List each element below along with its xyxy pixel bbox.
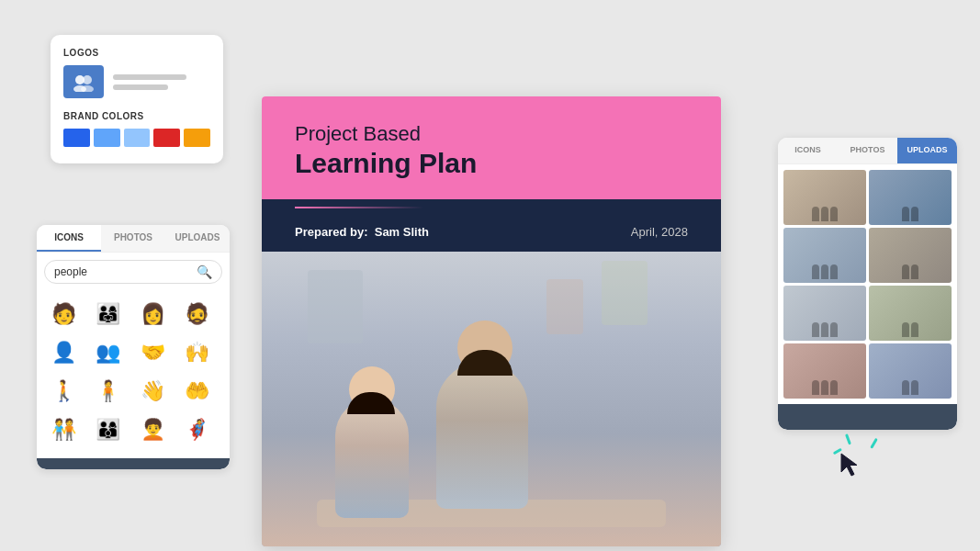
- brand-colors-row: [63, 129, 210, 147]
- click-animation: [828, 432, 874, 478]
- click-line-2: [870, 438, 878, 449]
- icons-panel: ICONS PHOTOS UPLOADS 🔍 🧑 👨‍👩‍👧 👩 🧔 👤 👥 🤝…: [37, 225, 230, 469]
- prepared-name: Sam Slith: [375, 225, 429, 239]
- uploads-panel: ICONS PHOTOS UPLOADS: [778, 138, 957, 430]
- tab-icons[interactable]: ICONS: [37, 225, 101, 252]
- icon-cell-4[interactable]: 🧔: [180, 297, 215, 332]
- prepared-label: Prepared by:: [295, 225, 367, 239]
- logos-label: LOGOS: [63, 48, 210, 58]
- search-input[interactable]: [54, 265, 197, 278]
- logos-panel: LOGOS BRAND COLORS: [51, 35, 223, 163]
- photo-thumb-8[interactable]: [869, 343, 952, 399]
- icon-cell-6[interactable]: 👥: [91, 335, 126, 370]
- doc-prepared: Prepared by: Sam Slith: [295, 225, 429, 239]
- icons-panel-footer: [37, 458, 230, 469]
- uploads-panel-footer: [778, 404, 957, 430]
- document-panel: Project Based Learning Plan Prepared by:…: [262, 96, 721, 546]
- tab-photos[interactable]: PHOTOS: [101, 225, 165, 252]
- icon-cell-13[interactable]: 🧑‍🤝‍🧑: [46, 412, 81, 447]
- icon-cell-14[interactable]: 👨‍👩‍👦: [91, 412, 126, 447]
- icon-cell-15[interactable]: 🧑‍🦱: [135, 412, 170, 447]
- icon-cell-2[interactable]: 👨‍👩‍👧: [91, 297, 126, 332]
- icon-cell-1[interactable]: 🧑: [46, 297, 81, 332]
- photo-thumb-3[interactable]: [783, 228, 866, 283]
- color-swatch-3[interactable]: [124, 129, 151, 147]
- icon-grid: 🧑 👨‍👩‍👧 👩 🧔 👤 👥 🤝 🙌 🚶 🧍 👋 🤲 🧑‍🤝‍🧑 👨‍👩‍👦 …: [37, 291, 230, 458]
- search-bar[interactable]: 🔍: [44, 260, 222, 284]
- color-swatch-5[interactable]: [184, 129, 210, 147]
- uploads-tab-icons[interactable]: ICONS: [778, 138, 838, 163]
- icon-cell-9[interactable]: 🚶: [46, 374, 81, 409]
- logo-lines: [113, 74, 186, 90]
- photo-thumb-6[interactable]: [869, 286, 952, 341]
- tab-uploads[interactable]: UPLOADS: [165, 225, 230, 252]
- doc-dark-bar: Prepared by: Sam Slith April, 2028: [262, 212, 721, 252]
- photo-thumb-4[interactable]: [869, 228, 952, 283]
- doc-image-area: [262, 252, 721, 546]
- photo-thumb-7[interactable]: [783, 343, 866, 399]
- search-button[interactable]: 🔍: [197, 264, 212, 279]
- photo-thumb-5[interactable]: [783, 286, 866, 341]
- uploads-tab-photos[interactable]: PHOTOS: [838, 138, 897, 163]
- color-swatch-1[interactable]: [63, 129, 90, 147]
- logo-icon: [63, 65, 104, 98]
- color-swatch-2[interactable]: [94, 129, 120, 147]
- svg-point-1: [83, 75, 92, 84]
- icon-cell-12[interactable]: 🤲: [180, 374, 215, 409]
- doc-header: Project Based Learning Plan: [262, 96, 721, 199]
- doc-title: Learning Plan: [295, 148, 688, 179]
- icon-cell-5[interactable]: 👤: [46, 335, 81, 370]
- logo-line-2: [113, 84, 168, 90]
- icon-cell-7[interactable]: 🤝: [135, 335, 170, 370]
- uploads-tab-uploads[interactable]: UPLOADS: [897, 138, 957, 163]
- photo-grid: [778, 164, 957, 404]
- logo-line-1: [113, 74, 186, 80]
- uploads-panel-tabs: ICONS PHOTOS UPLOADS: [778, 138, 957, 164]
- icon-cell-3[interactable]: 👩: [135, 297, 170, 332]
- photo-thumb-2[interactable]: [869, 170, 952, 225]
- icon-cell-8[interactable]: 🙌: [180, 335, 215, 370]
- icon-cell-10[interactable]: 🧍: [91, 374, 126, 409]
- icons-panel-tabs: ICONS PHOTOS UPLOADS: [37, 225, 230, 253]
- icon-cell-16[interactable]: 🦸: [180, 412, 215, 447]
- doc-subtitle: Project Based: [295, 122, 688, 146]
- photo-thumb-1[interactable]: [783, 170, 866, 225]
- doc-date: April, 2028: [631, 225, 688, 239]
- cursor-area: [828, 432, 874, 478]
- brand-colors-label: BRAND COLORS: [63, 111, 210, 121]
- icon-cell-11[interactable]: 👋: [135, 374, 170, 409]
- cursor-arrow-icon: [839, 452, 860, 478]
- color-swatch-4[interactable]: [153, 129, 180, 147]
- logos-content: [63, 65, 210, 98]
- click-line-1: [845, 433, 851, 444]
